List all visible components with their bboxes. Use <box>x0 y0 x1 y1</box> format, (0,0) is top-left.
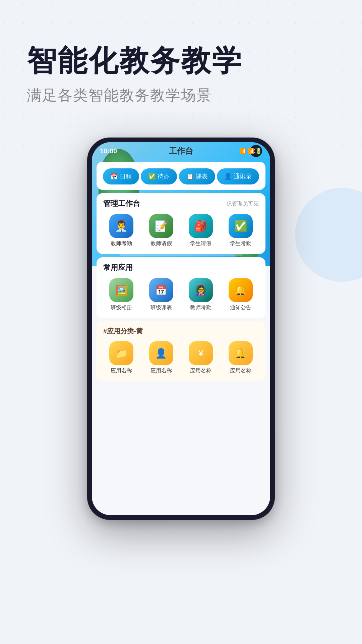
teacher-leave-label: 教师请假 <box>150 240 172 247</box>
app-item-class-album[interactable]: 🖼️ 班级相册 <box>103 278 140 311</box>
yellow-app-icon-2: 👤 <box>149 341 173 365</box>
phone-mockup: 10:00 📶 📶 🔋 工作台 <box>87 138 275 520</box>
student-attendance-icon: ✅ <box>229 214 253 238</box>
class-timetable-icon: 📅 <box>149 278 173 302</box>
class-album-label: 班级相册 <box>111 304 132 311</box>
teacher-attendance2-icon: 👩‍🏫 <box>189 278 213 302</box>
teacher-leave-icon: 📝 <box>149 214 173 238</box>
status-bar: 10:00 📶 📶 🔋 <box>92 142 270 160</box>
teacher-attendance-icon: 👨‍💼 <box>109 214 133 238</box>
class-album-icon: 🖼️ <box>109 278 133 302</box>
app-content: 10:00 📶 📶 🔋 工作台 <box>92 142 270 515</box>
quick-btn-schedule[interactable]: 📅 日程 <box>103 168 139 184</box>
yellow-app-item-3[interactable]: ¥ 应用名称 <box>183 341 219 374</box>
common-apps-title: 常用应用 <box>103 263 133 273</box>
quick-btn-contacts[interactable]: 👤 通讯录 <box>217 168 259 184</box>
app-item-teacher-attendance[interactable]: 👩‍🏫 教师考勤 <box>183 278 219 311</box>
common-apps-header: 常用应用 <box>103 263 259 273</box>
wifi-icon: 📶 <box>239 148 246 154</box>
header-area: 智能化教务教学 满足各类智能教务教学场景 <box>0 0 362 125</box>
manage-item-student-attendance[interactable]: ✅ 学生考勤 <box>223 214 259 247</box>
quick-btn-todo[interactable]: ✅ 待办 <box>141 168 177 184</box>
manage-section-badge: 仅管理员可见 <box>227 200 259 207</box>
student-attendance-label: 学生考勤 <box>230 240 251 247</box>
yellow-app-icon-4: 🔔 <box>229 341 253 365</box>
bottom-spacer <box>92 384 270 398</box>
contacts-label: 通讯录 <box>234 172 252 180</box>
status-icons: 📶 📶 🔋 <box>239 148 262 154</box>
manage-item-teacher-leave[interactable]: 📝 教师请假 <box>143 214 180 247</box>
quick-btn-timetable[interactable]: 📋 课表 <box>179 168 215 184</box>
schedule-label: 日程 <box>120 172 132 180</box>
manage-section: 管理工作台 仅管理员可见 👨‍💼 教师考勤 📝 教师请假 <box>97 193 265 254</box>
yellow-section-title: #应用分类-黄 <box>103 327 259 336</box>
yellow-section: #应用分类-黄 📁 应用名称 👤 应用名称 ¥ <box>97 321 265 381</box>
common-apps-grid: 🖼️ 班级相册 📅 班级课表 👩‍🏫 教师考勤 <box>103 278 259 311</box>
circle-decoration <box>295 188 362 282</box>
todo-label: 待办 <box>158 172 170 180</box>
page-subtitle: 满足各类智能教务教学场景 <box>27 86 335 105</box>
todo-icon: ✅ <box>148 173 156 180</box>
teacher-attendance-label: 教师考勤 <box>111 240 132 247</box>
yellow-app-icon-1: 📁 <box>109 341 133 365</box>
student-leave-icon: 🎒 <box>189 214 213 238</box>
yellow-app-label-2: 应用名称 <box>150 367 172 374</box>
status-time: 10:00 <box>100 147 117 155</box>
notice-icon: 🔔 <box>229 278 253 302</box>
signal-icon: 📶 <box>247 148 254 154</box>
battery-icon: 🔋 <box>255 148 262 154</box>
yellow-app-item-1[interactable]: 📁 应用名称 <box>103 341 140 374</box>
yellow-app-label-1: 应用名称 <box>111 367 132 374</box>
manage-icon-grid: 👨‍💼 教师考勤 📝 教师请假 🎒 学生请假 <box>103 214 259 247</box>
manage-section-title: 管理工作台 <box>103 199 140 209</box>
phone-outer: 10:00 📶 📶 🔋 工作台 <box>87 138 275 520</box>
page-title: 智能化教务教学 <box>27 44 335 77</box>
yellow-app-item-4[interactable]: 🔔 应用名称 <box>223 341 259 374</box>
yellow-app-item-2[interactable]: 👤 应用名称 <box>143 341 180 374</box>
yellow-apps-grid: 📁 应用名称 👤 应用名称 ¥ 应用名称 <box>103 341 259 374</box>
common-apps-section: 常用应用 🖼️ 班级相册 📅 班级课表 <box>97 257 265 318</box>
phone-inner: 10:00 📶 📶 🔋 工作台 <box>92 142 270 515</box>
timetable-icon: 📋 <box>186 173 194 180</box>
schedule-icon: 📅 <box>110 173 118 180</box>
class-timetable-label: 班级课表 <box>150 304 172 311</box>
manage-item-student-leave[interactable]: 🎒 学生请假 <box>183 214 219 247</box>
notice-label: 通知公告 <box>230 304 251 311</box>
timetable-label: 课表 <box>196 172 208 180</box>
app-item-notice[interactable]: 🔔 通知公告 <box>223 278 259 311</box>
contacts-icon: 👤 <box>224 173 232 180</box>
student-leave-label: 学生请假 <box>190 240 212 247</box>
yellow-app-label-4: 应用名称 <box>230 367 251 374</box>
yellow-app-icon-3: ¥ <box>189 341 213 365</box>
quick-actions: 📅 日程 ✅ 待办 📋 <box>97 162 265 190</box>
app-item-class-timetable[interactable]: 📅 班级课表 <box>143 278 180 311</box>
teacher-attendance2-label: 教师考勤 <box>190 304 212 311</box>
manage-section-header: 管理工作台 仅管理员可见 <box>103 199 259 209</box>
manage-item-teacher-attendance[interactable]: 👨‍💼 教师考勤 <box>103 214 140 247</box>
yellow-app-label-3: 应用名称 <box>190 367 212 374</box>
phone-scroll[interactable]: 📅 日程 ✅ 待办 📋 <box>92 160 270 515</box>
